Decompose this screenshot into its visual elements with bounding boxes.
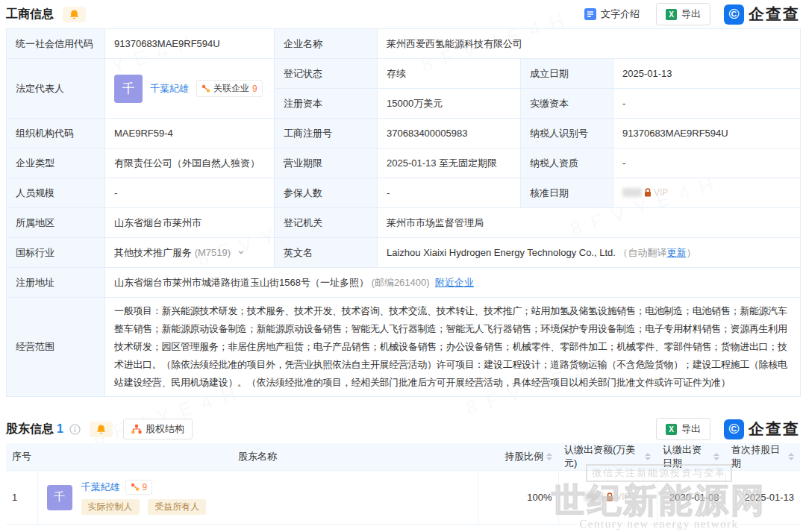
bell-icon	[96, 424, 107, 435]
shareholder-name-link[interactable]: 千葉紀雄	[81, 481, 120, 494]
chevron-down-icon[interactable]	[237, 248, 246, 257]
sort-icon[interactable]	[788, 453, 794, 460]
col-header-name: 股东名称	[37, 443, 478, 471]
label-region: 所属地区	[7, 208, 105, 238]
col-header-sub-date[interactable]: 认缴出资日期	[657, 443, 725, 471]
vip-locked-approval-date[interactable]: VIP	[622, 187, 668, 198]
export-label: 导出	[681, 422, 701, 436]
equity-structure-button[interactable]: 股权结构	[123, 419, 193, 439]
value-establish-date: 2025-01-13	[613, 59, 801, 89]
related-companies-count: 9	[252, 84, 257, 94]
shareholder-table: 序号 股东名称 持股比例 认缴出资额(万美元) 认缴出资日期	[6, 443, 800, 525]
value-staff-size: -	[105, 178, 275, 208]
label-biz-term: 营业期限	[275, 148, 378, 178]
shareholder-title: 股东信息	[6, 422, 54, 437]
shareholder-export-button[interactable]: X 导出	[656, 418, 710, 440]
label-insured-count: 参保人数	[275, 178, 378, 208]
export-label: 导出	[681, 7, 701, 21]
row-sub-date: 2030-01-08	[657, 471, 725, 525]
blurred-value	[584, 492, 604, 501]
sort-icon[interactable]	[645, 453, 651, 460]
business-info-table: 统一社会信用代码 91370683MAE9RF594U 企业名称 莱州西爱西氢能…	[6, 28, 801, 397]
row-index: 1	[6, 471, 37, 525]
translate-update-link[interactable]: 更新	[667, 247, 687, 258]
shareholder-avatar[interactable]: 千	[47, 485, 72, 510]
english-name: Laizhou Xiaixi Hydrogen Energy Technolog…	[387, 247, 616, 258]
value-legal-rep: 千 千葉紀雄 关联企业 9	[105, 59, 275, 119]
tag-beneficial-owner[interactable]: 受益所有人	[148, 499, 206, 515]
qichacha-logo[interactable]: © 企查查	[724, 4, 800, 25]
label-org-code: 组织机构代码	[7, 119, 105, 148]
sort-icon[interactable]	[713, 453, 719, 460]
value-company-type: 有限责任公司（外国自然人独资）	[105, 148, 275, 178]
row-first-date: 2025-01-13	[725, 471, 800, 525]
value-approval-date: VIP	[613, 178, 801, 208]
label-legal-rep: 法定代表人	[7, 59, 105, 119]
label-english-name: 英文名	[275, 238, 378, 268]
value-reg-capital: 15000万美元	[378, 89, 521, 119]
value-biz-reg-no: 370683400005983	[378, 119, 521, 148]
bell-icon	[69, 9, 80, 20]
value-region: 山东省烟台市莱州市	[105, 208, 275, 238]
label-tax-qual: 纳税人资质	[521, 148, 613, 178]
value-tax-qual: -	[613, 148, 801, 178]
text-intro-link[interactable]: 文字介绍	[584, 7, 640, 21]
label-taxpayer-id: 纳税人识别号	[521, 119, 613, 148]
col-header-first-date[interactable]: 首次持股日期	[725, 443, 800, 471]
row-ratio: 100%	[478, 471, 558, 525]
label-establish-date: 成立日期	[521, 59, 613, 89]
shareholder-bell-button[interactable]	[90, 422, 113, 437]
label-credit-code: 统一社会信用代码	[7, 29, 105, 59]
qichacha-logo[interactable]: © 企查查	[724, 419, 800, 439]
nearby-companies-link[interactable]: 附近企业	[435, 277, 474, 288]
business-scope-text: 一般项目：新兴能源技术研发；技术服务、技术开发、技术咨询、技术交流、技术转让、技…	[114, 302, 791, 392]
shareholder-section: 股东信息 1 股权	[0, 415, 806, 525]
business-info-section: 工商信息 文字介绍 X 导出 © 企查查	[0, 0, 806, 397]
shareholder-related-badge[interactable]: 9	[125, 480, 153, 495]
col-header-ratio[interactable]: 持股比例	[478, 443, 558, 471]
sort-icon[interactable]	[546, 453, 552, 460]
shareholder-related-count: 9	[143, 482, 148, 492]
col-header-amount[interactable]: 认缴出资额(万美元)	[558, 443, 657, 471]
equity-structure-label: 股权结构	[146, 422, 184, 436]
label-industry: 国标行业	[7, 238, 105, 268]
tag-actual-controller[interactable]: 实际控制人	[81, 499, 140, 515]
label-company-type: 企业类型	[7, 148, 105, 178]
legal-rep-name-link[interactable]: 千葉紀雄	[150, 82, 189, 96]
value-reg-status: 存续	[378, 59, 521, 89]
business-info-title: 工商信息	[6, 7, 54, 22]
label-reg-capital: 注册资本	[275, 89, 378, 119]
value-industry[interactable]: 其他技术推广服务 (M7519)	[105, 238, 275, 268]
row-amount: VIP	[558, 471, 657, 525]
qichacha-logo-text: 企查查	[749, 419, 800, 439]
equity-structure-icon	[131, 424, 142, 434]
vip-locked-amount[interactable]: VIP	[584, 492, 630, 502]
qichacha-logo-icon: ©	[724, 419, 744, 439]
lock-icon	[605, 492, 614, 502]
label-approval-date: 核准日期	[521, 178, 613, 208]
industry-name: 其他技术推广服务	[114, 247, 192, 258]
export-button[interactable]: X 导出	[656, 3, 710, 25]
text-intro-label: 文字介绍	[601, 7, 640, 21]
legal-rep-avatar[interactable]: 千	[114, 75, 143, 103]
value-taxpayer-id: 91370683MAE9RF594U	[613, 119, 801, 148]
label-biz-reg-no: 工商注册号	[275, 119, 378, 148]
label-paid-capital: 实缴资本	[521, 89, 613, 119]
value-business-scope: 一般项目：新兴能源技术研发；技术服务、技术开发、技术咨询、技术交流、技术转让、技…	[105, 298, 801, 397]
lock-icon	[643, 187, 652, 198]
value-reg-authority: 莱州市市场监督管理局	[378, 208, 801, 238]
value-credit-code: 91370683MAE9RF594U	[105, 29, 275, 59]
related-graph-icon	[202, 84, 210, 93]
info-button[interactable]	[69, 424, 81, 435]
value-address: 山东省烟台市莱州市城港路街道玉山街1568号（一址多照） (邮编261400) …	[105, 268, 801, 298]
qichacha-logo-text: 企查查	[749, 4, 800, 25]
label-reg-authority: 登记机关	[275, 208, 378, 238]
value-org-code: MAE9RF59-4	[105, 119, 275, 148]
value-company-name: 莱州西爱西氢能源科技有限公司	[378, 29, 801, 59]
related-companies-badge[interactable]: 关联企业 9	[196, 80, 263, 97]
vip-label: VIP	[616, 492, 630, 502]
value-english-name: Laizhou Xiaixi Hydrogen Energy Technolog…	[378, 238, 801, 268]
info-icon	[69, 424, 81, 435]
related-graph-icon	[131, 483, 140, 492]
monitor-bell-button[interactable]	[63, 7, 86, 22]
